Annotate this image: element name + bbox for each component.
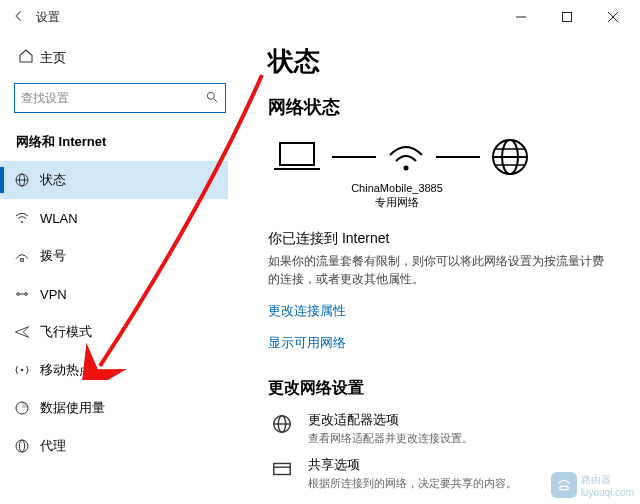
connected-heading: 你已连接到 Internet — [268, 230, 620, 248]
sidebar-item-proxy[interactable]: 代理 — [0, 427, 228, 465]
sidebar-category: 网络和 Internet — [12, 127, 228, 161]
sidebar-item-label: 状态 — [40, 171, 66, 189]
section-change-network: 更改网络设置 — [268, 378, 620, 399]
router-badge-icon — [551, 472, 577, 498]
sidebar-item-label: 代理 — [40, 437, 66, 455]
globe-icon — [490, 137, 530, 177]
sidebar-item-dialup[interactable]: 拨号 — [0, 237, 228, 275]
svg-point-16 — [16, 440, 28, 452]
svg-rect-1 — [563, 13, 572, 22]
maximize-button[interactable] — [544, 0, 590, 34]
sidebar-item-hotspot[interactable]: 移动热点 — [0, 351, 228, 389]
option-adapter-title: 更改适配器选项 — [308, 411, 473, 429]
home-button[interactable]: 主页 — [12, 40, 228, 75]
hotspot-icon — [14, 362, 40, 378]
svg-point-14 — [21, 369, 24, 372]
home-label: 主页 — [40, 49, 66, 67]
search-input[interactable]: 查找设置 — [14, 83, 226, 113]
vpn-icon — [14, 286, 40, 302]
sidebar-item-wlan[interactable]: WLAN — [0, 199, 228, 237]
sidebar: 主页 查找设置 网络和 Internet 状态 WLAN — [0, 34, 240, 504]
svg-rect-18 — [280, 143, 314, 165]
minimize-button[interactable] — [498, 0, 544, 34]
home-icon — [18, 48, 40, 67]
svg-point-20 — [404, 166, 409, 171]
svg-line-5 — [214, 98, 218, 102]
svg-point-12 — [25, 293, 28, 296]
datausage-icon — [14, 400, 40, 416]
sidebar-item-label: VPN — [40, 287, 67, 302]
titlebar: 设置 — [0, 0, 640, 34]
back-icon[interactable] — [12, 9, 36, 26]
main-content: 状态 网络状态 ChinaMobile_3885 专用网络 你已连接到 Inte… — [240, 34, 640, 504]
page-title: 状态 — [268, 44, 620, 79]
svg-point-4 — [207, 92, 214, 99]
link-show-available-networks[interactable]: 显示可用网络 — [268, 334, 620, 352]
adapter-icon — [268, 411, 296, 446]
sidebar-item-label: 数据使用量 — [40, 399, 105, 417]
watermark-url: luyouqi.com — [581, 487, 634, 498]
option-adapter[interactable]: 更改适配器选项 查看网络适配器并更改连接设置。 — [268, 411, 620, 446]
svg-rect-10 — [21, 259, 24, 262]
watermark: 路由器 luyouqi.com — [551, 472, 634, 498]
window-title: 设置 — [36, 9, 60, 26]
option-adapter-sub: 查看网络适配器并更改连接设置。 — [308, 431, 473, 446]
network-diagram — [272, 137, 620, 177]
airplane-icon — [14, 324, 40, 340]
sidebar-item-vpn[interactable]: VPN — [0, 275, 228, 313]
dialup-icon — [14, 248, 40, 264]
sidebar-item-datausage[interactable]: 数据使用量 — [0, 389, 228, 427]
wifi-icon — [14, 210, 40, 226]
search-icon — [205, 90, 219, 107]
laptop-icon — [272, 139, 322, 175]
svg-point-11 — [17, 293, 20, 296]
svg-rect-29 — [274, 463, 291, 474]
option-share-title: 共享选项 — [308, 456, 517, 474]
wifi-large-icon — [386, 139, 426, 175]
search-placeholder: 查找设置 — [21, 90, 205, 107]
option-share-sub: 根据所连接到的网络，决定要共享的内容。 — [308, 476, 517, 491]
close-button[interactable] — [590, 0, 636, 34]
sidebar-item-airplane[interactable]: 飞行模式 — [0, 313, 228, 351]
network-type: 专用网络 — [338, 195, 456, 209]
sidebar-item-status[interactable]: 状态 — [0, 161, 228, 199]
svg-point-17 — [19, 440, 24, 452]
network-ssid: ChinaMobile_3885 — [338, 181, 456, 195]
watermark-text: 路由器 — [581, 473, 634, 487]
network-name-block: ChinaMobile_3885 专用网络 — [338, 181, 456, 210]
sidebar-item-label: 移动热点 — [40, 361, 92, 379]
status-icon — [14, 172, 40, 188]
sidebar-item-label: WLAN — [40, 211, 78, 226]
share-icon — [268, 456, 296, 491]
link-change-connection-props[interactable]: 更改连接属性 — [268, 302, 620, 320]
svg-point-9 — [21, 221, 23, 223]
proxy-icon — [14, 438, 40, 454]
sidebar-item-label: 飞行模式 — [40, 323, 92, 341]
svg-rect-31 — [560, 486, 568, 489]
sidebar-item-label: 拨号 — [40, 247, 66, 265]
sidebar-nav: 状态 WLAN 拨号 VPN — [0, 161, 228, 465]
connected-description: 如果你的流量套餐有限制，则你可以将此网络设置为按流量计费的连接，或者更改其他属性… — [268, 252, 608, 288]
section-network-status: 网络状态 — [268, 95, 620, 119]
